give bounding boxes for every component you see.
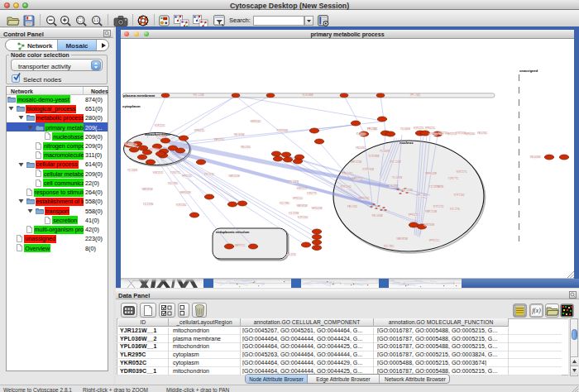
svg-text:YJL133W: YJL133W bbox=[429, 185, 440, 189]
svg-text:YOR222C: YOR222C bbox=[154, 124, 165, 127]
svg-text:YIL134W: YIL134W bbox=[127, 169, 137, 172]
svg-text:YNL003C: YNL003C bbox=[356, 146, 366, 150]
svg-text:YBL030C: YBL030C bbox=[241, 146, 251, 149]
svg-text:YJR077C: YJR077C bbox=[448, 177, 458, 180]
svg-text:YJL133W: YJL133W bbox=[289, 212, 299, 215]
svg-text:YJL133W: YJL133W bbox=[143, 203, 154, 206]
svg-text:YLR438W: YLR438W bbox=[156, 135, 166, 138]
svg-text:YOR356W: YOR356W bbox=[276, 129, 288, 132]
svg-text:YGR257C: YGR257C bbox=[152, 171, 163, 174]
svg-text:YOR356W: YOR356W bbox=[362, 168, 374, 171]
svg-text:endoplasmic reticulum: endoplasmic reticulum bbox=[216, 231, 250, 234]
svg-text:YOR130C: YOR130C bbox=[453, 194, 464, 197]
svg-text:YIL006W: YIL006W bbox=[392, 176, 402, 179]
svg-text:YDL198C: YDL198C bbox=[280, 202, 290, 205]
svg-text:YHR002W: YHR002W bbox=[425, 172, 437, 175]
svg-text:YPR021C: YPR021C bbox=[194, 129, 205, 132]
svg-text:YJR077C: YJR077C bbox=[170, 171, 180, 174]
svg-text:YEL006W: YEL006W bbox=[371, 214, 382, 218]
svg-text:YGR257C: YGR257C bbox=[296, 187, 307, 190]
svg-text:YMR056C: YMR056C bbox=[464, 132, 475, 136]
svg-text:YBL030C: YBL030C bbox=[477, 131, 487, 135]
svg-text:YHR002W: YHR002W bbox=[311, 207, 323, 210]
svg-text:YKL120W: YKL120W bbox=[193, 93, 203, 97]
svg-text:YDL119C: YDL119C bbox=[450, 208, 460, 211]
svg-text:YKL120W: YKL120W bbox=[149, 148, 160, 151]
svg-text:YIL006W: YIL006W bbox=[380, 150, 390, 153]
svg-text:YOR130C: YOR130C bbox=[175, 203, 186, 207]
svg-text:YOR100C: YOR100C bbox=[356, 132, 366, 136]
svg-text:YPR011C: YPR011C bbox=[182, 174, 193, 178]
svg-text:YOR100C: YOR100C bbox=[123, 142, 134, 146]
svg-text:YDL198C: YDL198C bbox=[384, 245, 395, 248]
svg-text:YKL120W: YKL120W bbox=[401, 189, 412, 192]
svg-text:YBR291C: YBR291C bbox=[235, 244, 246, 247]
svg-text:YMR056C: YMR056C bbox=[250, 120, 261, 123]
svg-text:YEL006W: YEL006W bbox=[529, 155, 540, 159]
svg-text:YBL030C: YBL030C bbox=[347, 205, 357, 208]
svg-text:YOR100C: YOR100C bbox=[340, 185, 351, 189]
svg-text:f(x): f(x) bbox=[532, 307, 541, 314]
svg-text:YOR222C: YOR222C bbox=[433, 205, 443, 208]
svg-text:YMR056C: YMR056C bbox=[358, 197, 369, 200]
svg-text:YGR257C: YGR257C bbox=[456, 170, 467, 174]
svg-text:YDL119C: YDL119C bbox=[286, 253, 296, 256]
svg-text:YLR438W: YLR438W bbox=[368, 155, 379, 158]
svg-text:YPL134C: YPL134C bbox=[367, 127, 377, 131]
svg-text:unassigned: unassigned bbox=[519, 69, 538, 73]
svg-text:YMR241W: YMR241W bbox=[350, 160, 361, 164]
svg-text:cytoplasm: cytoplasm bbox=[122, 104, 141, 108]
svg-text:YBR085W: YBR085W bbox=[396, 237, 408, 241]
svg-text:plasma membrane: plasma membrane bbox=[123, 93, 156, 98]
svg-text:YNL003C: YNL003C bbox=[342, 172, 353, 175]
svg-text:YOR356W: YOR356W bbox=[423, 223, 434, 227]
svg-text:nucleus: nucleus bbox=[400, 141, 414, 145]
svg-text:YMR241W: YMR241W bbox=[425, 210, 437, 213]
svg-text:YMR241W: YMR241W bbox=[228, 174, 240, 178]
svg-text:YPR021C: YPR021C bbox=[409, 213, 419, 217]
svg-text:YDL198C: YDL198C bbox=[168, 182, 179, 185]
svg-text:YLR438W: YLR438W bbox=[387, 184, 398, 188]
svg-text:YPR011C: YPR011C bbox=[429, 239, 440, 242]
svg-text:YKL120W: YKL120W bbox=[390, 160, 400, 164]
svg-text:YIL006W: YIL006W bbox=[400, 127, 410, 131]
svg-text:YPL134C: YPL134C bbox=[417, 194, 427, 197]
svg-text:YBR291C: YBR291C bbox=[352, 177, 363, 180]
svg-text:YOR222C: YOR222C bbox=[413, 127, 423, 130]
svg-text:YPL134C: YPL134C bbox=[410, 93, 420, 97]
svg-text:YDL119C: YDL119C bbox=[204, 173, 214, 176]
svg-text:YPR011C: YPR011C bbox=[293, 197, 304, 200]
svg-text:YBR085W: YBR085W bbox=[141, 188, 153, 191]
svg-text:YHR002W: YHR002W bbox=[179, 191, 191, 194]
svg-text:YEL006W: YEL006W bbox=[233, 133, 244, 136]
svg-text:YJR077C: YJR077C bbox=[307, 192, 317, 195]
svg-text:YPR021C: YPR021C bbox=[425, 127, 436, 130]
svg-text:YBR291C: YBR291C bbox=[214, 138, 225, 141]
svg-text:YOR130C: YOR130C bbox=[297, 216, 308, 219]
svg-text:YLR438W: YLR438W bbox=[302, 93, 313, 97]
svg-text:YBR085W: YBR085W bbox=[296, 204, 308, 208]
svg-text:1:1: 1:1 bbox=[93, 18, 99, 22]
svg-text:YIL134W: YIL134W bbox=[289, 180, 299, 184]
